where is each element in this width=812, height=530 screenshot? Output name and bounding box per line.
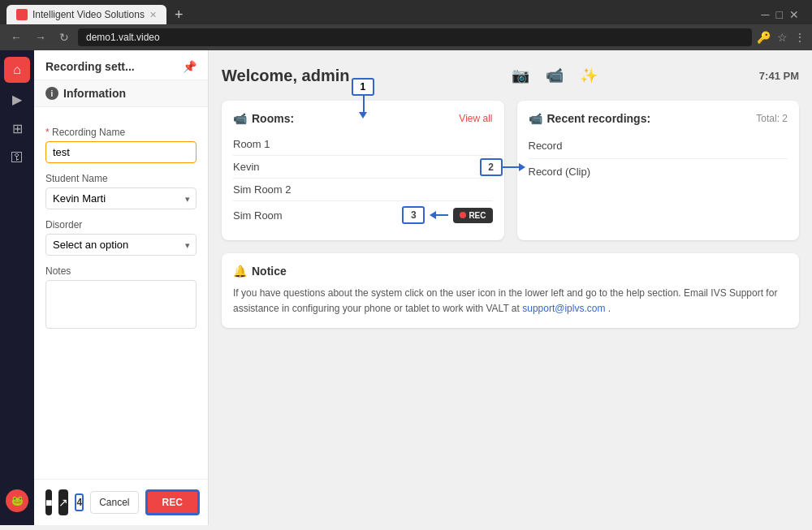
main-title: Welcome, admin xyxy=(222,67,349,85)
room-4-actions: 3 REC xyxy=(402,206,492,224)
room-rec-button[interactable]: REC xyxy=(453,208,492,223)
info-icon: i xyxy=(45,87,58,100)
recording-settings-panel: Recording sett... 📌 i Information * Reco… xyxy=(34,50,209,525)
support-email-link[interactable]: support@iplvs.com xyxy=(522,303,605,314)
notice-title: 🔔 Notice xyxy=(233,265,788,278)
star-icon[interactable]: ☆ xyxy=(777,31,788,44)
recording-name-group: * Recording Name xyxy=(45,127,197,163)
annotation-1: 1 xyxy=(352,78,374,96)
info-section-header: i Information xyxy=(34,80,208,107)
close-icon[interactable]: ✕ xyxy=(789,8,799,21)
cancel-button[interactable]: Cancel xyxy=(90,491,138,514)
panel-title: Recording sett... xyxy=(45,60,135,73)
room-name-2: Kevin xyxy=(233,161,260,173)
sidebar: ⌂ ▶ ⊞ ⚿ 🐸 xyxy=(0,50,34,525)
notes-textarea[interactable] xyxy=(45,280,197,329)
pin-icon[interactable]: 📌 xyxy=(183,60,197,73)
annotation-2-group: 2 xyxy=(480,158,525,176)
room-name-3: Sim Room 2 xyxy=(233,183,292,196)
browser-chrome: Intelligent Video Solutions ✕ + ─ □ ✕ ← … xyxy=(0,0,812,50)
room-item-2[interactable]: Kevin 2 xyxy=(233,156,493,179)
arrow-3-left xyxy=(430,211,448,219)
panel-header: Recording sett... 📌 xyxy=(34,50,208,80)
time-display: 7:41 PM xyxy=(759,70,799,82)
notice-card: 🔔 Notice If you have questions about the… xyxy=(222,253,799,328)
disorder-label: Disorder xyxy=(45,219,197,231)
cards-row: 1 📹 Rooms: View all Room 1 Kev xyxy=(222,101,799,240)
recordings-list: Record Record (Clip) xyxy=(529,133,788,184)
tab-bar: Intelligent Video Solutions ✕ + ─ □ ✕ xyxy=(0,0,812,24)
sidebar-item-home[interactable]: ⌂ xyxy=(4,57,30,83)
notice-icon: 🔔 xyxy=(233,265,247,278)
maximize-icon[interactable]: □ xyxy=(776,8,783,21)
student-name-group: Student Name Kevin Marti xyxy=(45,173,197,209)
required-star: * xyxy=(45,127,50,138)
annotation-3: 3 xyxy=(402,206,425,224)
rooms-title-icon: 📹 xyxy=(233,112,247,125)
notes-label: Notes xyxy=(45,265,197,277)
refresh-button[interactable]: ↻ xyxy=(55,28,73,46)
rooms-card: 1 📹 Rooms: View all Room 1 Kev xyxy=(222,101,504,240)
camera-header-icon[interactable]: 📷 xyxy=(508,63,533,88)
recording-name-1: Record xyxy=(529,140,563,152)
arrow-2-right xyxy=(503,163,525,171)
recordings-card: 📹 Recent recordings: Total: 2 Record Rec… xyxy=(517,101,800,240)
stop-button[interactable]: ■ xyxy=(45,489,52,515)
lock-icon: 🔑 xyxy=(757,31,771,44)
recording-item-2[interactable]: Record (Clip) xyxy=(529,159,788,184)
room-item-1[interactable]: Room 1 xyxy=(233,133,493,156)
tab-title: Intelligent Video Solutions xyxy=(32,9,145,20)
recordings-card-header: 📹 Recent recordings: Total: 2 xyxy=(529,112,788,125)
back-button[interactable]: ← xyxy=(6,28,26,46)
forward-button[interactable]: → xyxy=(31,28,50,46)
room-name-1: Room 1 xyxy=(233,138,270,150)
recording-item-1[interactable]: Record xyxy=(529,133,788,159)
browser-toolbar: ← → ↻ 🔑 ☆ ⋮ xyxy=(0,24,812,50)
disorder-select-wrapper: Select an option xyxy=(45,234,197,256)
annotation-4-badge: 4 xyxy=(75,493,84,511)
recording-name-2: Record (Clip) xyxy=(529,166,591,178)
sidebar-item-grid[interactable]: ⊞ xyxy=(4,115,30,141)
share-icon: ↗ xyxy=(58,496,68,509)
notes-group: Notes xyxy=(45,265,197,331)
rooms-card-title: 📹 Rooms: xyxy=(233,112,294,125)
main-content: Welcome, admin 📷 📹 ✨ 7:41 PM 1 📹 Rooms xyxy=(209,50,812,525)
rec-button[interactable]: REC xyxy=(145,489,200,515)
room-item-3[interactable]: Sim Room 2 xyxy=(233,179,493,201)
rooms-list: Room 1 Kevin 2 xyxy=(233,133,493,229)
main-header: Welcome, admin 📷 📹 ✨ 7:41 PM xyxy=(222,63,799,88)
notice-text: If you have questions about the system c… xyxy=(233,286,788,317)
new-tab-button[interactable]: + xyxy=(170,6,188,24)
rec-dot-icon xyxy=(460,212,466,218)
student-name-select-wrapper: Kevin Marti xyxy=(45,187,197,209)
address-bar[interactable] xyxy=(78,28,752,46)
active-tab[interactable]: Intelligent Video Solutions ✕ xyxy=(6,5,166,24)
sidebar-item-key[interactable]: ⚿ xyxy=(4,144,30,170)
video-grid-header-icon[interactable]: 📹 xyxy=(542,63,567,88)
sidebar-item-video[interactable]: ▶ xyxy=(4,86,30,112)
panel-fields: * Recording Name Student Name Kevin Mart… xyxy=(34,117,208,351)
tab-favicon xyxy=(16,9,28,20)
rec-label: REC xyxy=(469,211,486,220)
header-icons: 📷 📹 ✨ xyxy=(508,63,601,88)
app-container: ⌂ ▶ ⊞ ⚿ 🐸 Recording sett... 📌 i Informat… xyxy=(0,50,812,525)
info-section-title: Information xyxy=(63,87,126,100)
minimize-icon[interactable]: ─ xyxy=(762,8,770,21)
disorder-select[interactable]: Select an option xyxy=(45,234,197,256)
recordings-title-icon: 📹 xyxy=(529,112,542,125)
menu-icon[interactable]: ⋮ xyxy=(794,31,806,44)
recordings-card-title: 📹 Recent recordings: xyxy=(529,112,651,125)
annotation-2: 2 xyxy=(480,158,503,176)
room-item-4[interactable]: Sim Room 3 REC xyxy=(233,201,493,229)
student-name-select[interactable]: Kevin Marti xyxy=(45,187,197,209)
panel-footer: ■ ↗ 4 Cancel REC xyxy=(34,479,208,525)
share-button[interactable]: ↗ xyxy=(58,489,68,515)
sparkle-header-icon[interactable]: ✨ xyxy=(577,63,601,88)
tab-close-icon[interactable]: ✕ xyxy=(149,10,157,20)
user-avatar[interactable]: 🐸 xyxy=(6,489,28,512)
arrow-1-head xyxy=(359,112,367,118)
recording-name-input[interactable] xyxy=(45,141,197,163)
view-all-link[interactable]: View all xyxy=(459,113,492,124)
toolbar-icons: 🔑 ☆ ⋮ xyxy=(757,31,806,44)
room-name-4: Sim Room xyxy=(233,209,283,222)
